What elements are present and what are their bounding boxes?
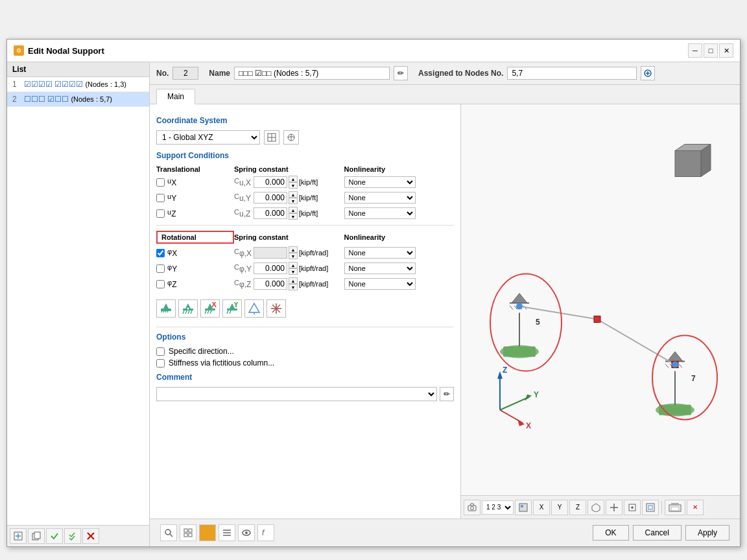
support-icon-btn-6[interactable] (267, 299, 286, 318)
toolbar-new-btn[interactable] (10, 528, 27, 544)
cux-input[interactable] (254, 176, 287, 188)
svg-rect-86 (519, 504, 527, 511)
cphiy-up[interactable]: ▲ (289, 262, 298, 268)
ok-button[interactable]: OK (593, 525, 628, 541)
vp-btn-render[interactable] (515, 500, 532, 515)
support-icon-btn-5[interactable] (244, 299, 264, 318)
cux-down[interactable]: ▼ (289, 182, 298, 189)
apply-button[interactable]: Apply (685, 525, 729, 541)
comment-edit-btn[interactable]: ✏ (440, 387, 454, 401)
cancel-button[interactable]: Cancel (633, 525, 682, 541)
translational-header: Translational (156, 165, 234, 173)
svg-marker-88 (592, 504, 600, 512)
tab-main[interactable]: Main (156, 89, 195, 104)
vp-view-select[interactable]: 1 2 3 (482, 500, 514, 515)
vp-btn-close[interactable]: ✕ (687, 500, 704, 515)
edit-name-button[interactable]: ✏ (394, 66, 408, 80)
toolbar-check2-btn[interactable] (64, 528, 81, 544)
support-icon-btn-4[interactable]: Y (222, 299, 242, 318)
toolbar-check-btn[interactable] (46, 528, 63, 544)
support-icon-btn-1[interactable] (156, 299, 176, 318)
uy-nonlin[interactable]: None (344, 192, 416, 204)
cux-up[interactable]: ▲ (289, 176, 298, 182)
vp-btn-zoom[interactable] (624, 500, 641, 515)
ux-nonlin[interactable]: None (344, 176, 416, 188)
minimize-button[interactable]: ─ (688, 43, 702, 58)
bottom-btn-color[interactable] (199, 524, 216, 541)
cphiy-down[interactable]: ▼ (289, 268, 298, 275)
phiz-nonlin[interactable]: None (344, 278, 416, 290)
uz-nonlin[interactable]: None (344, 207, 416, 219)
cux-label: Cu,X (234, 177, 252, 187)
vp-btn-print[interactable] (665, 500, 685, 515)
cuz-down[interactable]: ▼ (289, 213, 298, 220)
nonlin-header: Nonlinearity (344, 165, 455, 173)
vp-btn-camera[interactable] (464, 500, 480, 515)
phiz-label: φZ (167, 279, 176, 289)
bottom-btn-search[interactable] (160, 524, 177, 541)
vp-btn-fit[interactable] (642, 500, 659, 515)
cuy-down[interactable]: ▼ (289, 198, 298, 204)
cphix-up[interactable]: ▲ (289, 246, 298, 253)
vp-btn-x[interactable]: X (533, 500, 550, 515)
toolbar-copy-btn[interactable] (28, 528, 45, 544)
option-checkbox-1[interactable] (156, 347, 165, 356)
svg-text:f: f (262, 528, 265, 537)
support-icon-btn-3[interactable]: X (200, 299, 220, 318)
assigned-nodes-input[interactable] (507, 67, 637, 80)
assigned-nodes-btn[interactable] (641, 66, 655, 80)
coord-icon-btn1[interactable] (264, 130, 279, 145)
support-icon-btn-2[interactable] (178, 299, 198, 318)
svg-point-71 (516, 303, 523, 310)
uz-row: uZ Cu,Z ▲ ▼ [kip/ft] (156, 207, 454, 220)
svg-rect-101 (184, 529, 187, 532)
bottom-btn-list[interactable] (219, 524, 235, 541)
svg-text:Y: Y (233, 302, 239, 309)
svg-text:X: X (211, 302, 217, 309)
scene-svg: 5 7 Z Y (461, 104, 740, 495)
option-checkbox-2[interactable] (156, 359, 165, 368)
bottom-btn-func[interactable]: f (257, 524, 274, 541)
svg-rect-97 (671, 507, 679, 511)
phix-checkbox[interactable] (156, 249, 165, 257)
cphix-down[interactable]: ▼ (289, 253, 298, 259)
cuy-input[interactable] (254, 192, 287, 204)
phiy-nonlin[interactable]: None (344, 262, 416, 274)
cuy-up[interactable]: ▲ (289, 191, 298, 198)
name-input[interactable] (234, 67, 390, 80)
comment-select[interactable] (156, 387, 437, 401)
vp-btn-z[interactable]: Z (569, 500, 586, 515)
cphiz-up[interactable]: ▲ (289, 277, 298, 284)
toolbar-delete-btn[interactable] (82, 528, 99, 544)
cphiz-unit: [kipft/rad] (299, 280, 328, 288)
phiz-checkbox[interactable] (156, 280, 165, 288)
bottom-btn-grid[interactable] (180, 524, 196, 541)
node7-label: 7 (691, 374, 696, 383)
svg-text:Y: Y (534, 390, 539, 399)
coord-icon-btn2[interactable] (283, 130, 299, 145)
cphix-input[interactable] (254, 247, 287, 259)
list-item[interactable]: 1 ☑☑☑☑ ☑☑☑☑ (Nodes : 1,3) (7, 77, 149, 92)
uy-checkbox[interactable] (156, 194, 165, 202)
coord-select[interactable]: 1 - Global XYZ (156, 130, 260, 145)
bottom-btn-eye[interactable] (238, 524, 255, 541)
ux-checkbox[interactable] (156, 178, 165, 187)
cphiz-down[interactable]: ▼ (289, 284, 298, 290)
phiy-label: φY (167, 263, 177, 274)
maximize-button[interactable]: □ (704, 43, 718, 58)
phiy-checkbox[interactable] (156, 264, 165, 273)
list-item-selected[interactable]: 2 ☐☐☐ ☑☐☐ (Nodes : 5,7) (7, 92, 149, 107)
close-button[interactable]: ✕ (719, 43, 733, 58)
vp-btn-iso[interactable] (587, 500, 604, 515)
cuz-up[interactable]: ▲ (289, 207, 298, 213)
vp-btn-y[interactable]: Y (551, 500, 568, 515)
phix-nonlin[interactable]: None (344, 247, 416, 259)
svg-point-72 (672, 362, 678, 368)
svg-rect-95 (648, 506, 652, 509)
cuz-input[interactable] (254, 207, 287, 219)
uz-checkbox[interactable] (156, 209, 165, 218)
vp-btn-pan[interactable] (606, 500, 622, 515)
cphiy-input[interactable] (254, 262, 287, 274)
option-row-1: Specific direction... (156, 347, 454, 356)
cphiz-input[interactable] (254, 278, 287, 290)
